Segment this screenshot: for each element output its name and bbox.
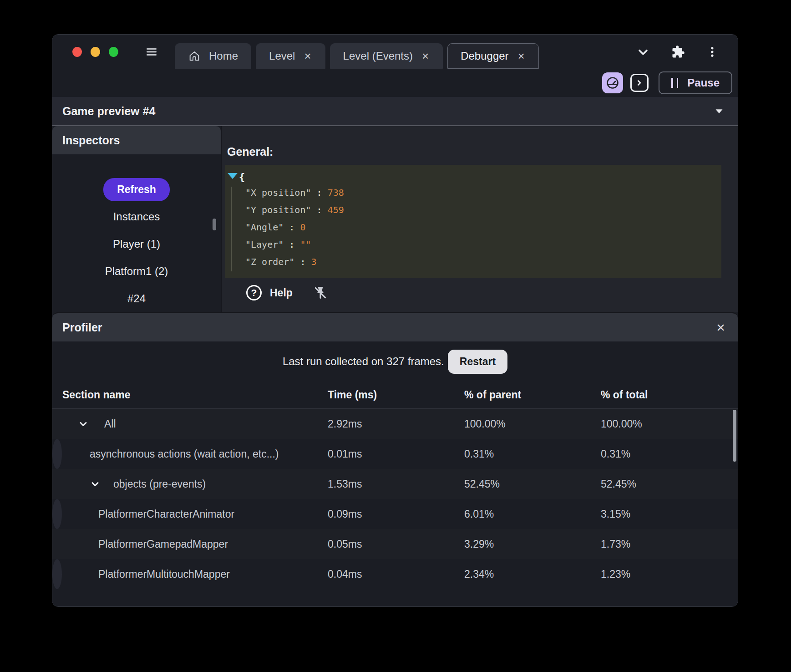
tree-item-instance-24[interactable]: #24 (127, 285, 146, 312)
restart-button[interactable]: Restart (448, 350, 507, 374)
tab-bar: Home Level × Level (Events) × Debugger × (52, 35, 738, 69)
debugger-window: Home Level × Level (Events) × Debugger × (52, 34, 738, 607)
inspector-detail-panel: General: { "X position" : 738 "Y positio… (222, 126, 738, 312)
json-property-angle: "Angle" : 0 (225, 219, 721, 236)
json-property-z-order: "Z order" : 3 (225, 253, 721, 270)
general-section-label: General: (227, 145, 721, 158)
tab-home[interactable]: Home (175, 43, 251, 69)
help-row: ? Help (225, 285, 721, 300)
inspectors-list: Refresh Instances Player (1) Platform1 (… (52, 154, 221, 312)
tree-item-instances[interactable]: Instances (113, 203, 160, 230)
tab-level[interactable]: Level × (256, 43, 325, 69)
table-row-character-animator[interactable]: PlatformerCharacterAnimator 0.09ms 6.01%… (52, 499, 62, 529)
tabbar-actions (636, 45, 738, 59)
profiler-status-row: Last run collected on 327 frames. Restar… (52, 341, 738, 382)
collapse-triangle-icon[interactable] (228, 173, 238, 179)
instances-tree: Instances Player (1) Platform1 (2) #24 (52, 203, 221, 312)
table-row-objects-pre-events[interactable]: objects (pre-events) 1.53ms 52.45% 52.45… (52, 469, 738, 499)
help-icon[interactable]: ? (246, 285, 262, 300)
indent-guide (231, 187, 232, 271)
console-button[interactable] (630, 74, 649, 92)
kebab-menu-icon[interactable] (706, 46, 719, 58)
gauge-icon (605, 76, 620, 90)
traffic-lights (52, 47, 118, 57)
tree-item-player[interactable]: Player (1) (113, 230, 160, 258)
game-preview-header[interactable]: Game preview #4 (52, 97, 738, 126)
tab-label: Debugger (461, 50, 508, 62)
expand-chevron-icon[interactable] (78, 418, 89, 429)
table-row-async-actions[interactable]: asynchronous actions (wait action, etc..… (52, 439, 62, 469)
tab-strip: Home Level × Level (Events) × Debugger × (175, 43, 539, 69)
profiler-header: Profiler × (52, 312, 738, 341)
table-row-all[interactable]: All 2.92ms 100.00% 100.00% (52, 409, 738, 439)
console-icon (634, 78, 644, 88)
close-window-button[interactable] (72, 47, 82, 57)
inspectors-panel: Inspectors Refresh Instances Player (1) … (52, 126, 222, 312)
column-percent-total: % of total (601, 389, 738, 401)
profiler-panel: Last run collected on 327 frames. Restar… (52, 341, 738, 606)
home-icon (188, 50, 201, 62)
game-preview-title: Game preview #4 (52, 105, 155, 118)
tab-label: Home (209, 50, 238, 62)
column-section-name: Section name (52, 389, 328, 401)
scrollbar-thumb[interactable] (213, 219, 216, 230)
table-row-multitouch-mapper[interactable]: PlatformerMultitouchMapper 0.04ms 2.34% … (52, 559, 62, 589)
json-property-layer: "Layer" : "" (225, 236, 721, 253)
json-open-brace: { (225, 170, 721, 184)
table-row-gamepad-mapper[interactable]: PlatformerGamepadMapper 0.05ms 3.29% 1.7… (52, 529, 738, 559)
minimize-window-button[interactable] (91, 47, 100, 57)
column-time: Time (ms) (328, 389, 464, 401)
debugger-main: Inspectors Refresh Instances Player (1) … (52, 126, 738, 312)
chevron-down-icon[interactable] (712, 104, 738, 118)
tab-label: Level (Events) (343, 50, 413, 62)
close-icon[interactable]: × (716, 320, 738, 335)
tree-item-platform1[interactable]: Platform1 (2) (105, 258, 168, 285)
properties-json-view: { "X position" : 738 "Y position" : 459 … (225, 165, 721, 278)
pause-icon (671, 78, 678, 88)
json-property-x-position: "X position" : 738 (225, 184, 721, 201)
pause-button[interactable]: Pause (659, 71, 732, 94)
profiler-title: Profiler (52, 321, 102, 334)
expand-chevron-icon[interactable] (90, 479, 101, 489)
hamburger-menu-icon[interactable] (145, 46, 158, 58)
profiler-table-header: Section name Time (ms) % of parent % of … (52, 382, 738, 409)
close-icon[interactable]: × (517, 50, 526, 62)
refresh-button[interactable]: Refresh (103, 178, 170, 201)
profiler-toggle-button[interactable] (602, 72, 623, 93)
help-label: Help (270, 287, 293, 299)
extensions-puzzle-icon[interactable] (671, 45, 685, 59)
pin-off-icon[interactable] (313, 285, 328, 300)
tab-level-events[interactable]: Level (Events) × (330, 43, 443, 69)
debugger-toolbar: Pause (52, 69, 738, 97)
tab-debugger[interactable]: Debugger × (447, 43, 539, 69)
json-property-y-position: "Y position" : 459 (225, 201, 721, 219)
scrollbar-thumb[interactable] (733, 410, 736, 462)
chevron-down-icon[interactable] (636, 45, 650, 59)
inspectors-panel-title: Inspectors (52, 126, 221, 154)
profiler-status-text: Last run collected on 327 frames. (283, 355, 444, 368)
close-icon[interactable]: × (303, 50, 312, 62)
tab-label: Level (269, 50, 295, 62)
column-percent-parent: % of parent (464, 389, 601, 401)
zoom-window-button[interactable] (109, 47, 118, 57)
pause-button-label: Pause (687, 76, 720, 89)
close-icon[interactable]: × (421, 50, 430, 62)
